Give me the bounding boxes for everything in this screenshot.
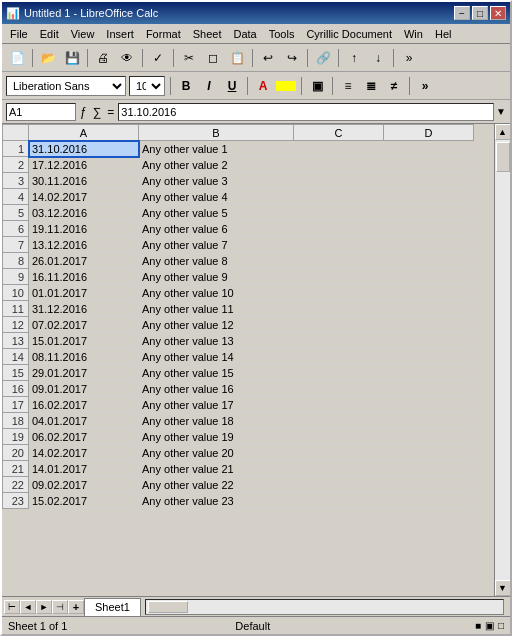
paste-button[interactable]: 📋 <box>226 47 248 69</box>
cell-b-8[interactable]: Any other value 8 <box>139 253 294 269</box>
formula-input[interactable] <box>118 103 494 121</box>
cell-d-20[interactable] <box>384 445 474 461</box>
menu-tools[interactable]: Tools <box>263 26 301 42</box>
menu-help[interactable]: Hel <box>429 26 458 42</box>
zoom-icon[interactable]: □ <box>498 620 504 631</box>
tab-last-button[interactable]: ⊣ <box>52 600 68 614</box>
more-button[interactable]: » <box>398 47 420 69</box>
cell-d-4[interactable] <box>384 189 474 205</box>
cell-a-14[interactable]: 08.11.2016 <box>29 349 139 365</box>
tab-first-button[interactable]: ⊢ <box>4 600 20 614</box>
cell-c-10[interactable] <box>294 285 384 301</box>
cell-a-11[interactable]: 31.12.2016 <box>29 301 139 317</box>
tab-prev-button[interactable]: ◄ <box>20 600 36 614</box>
more-format-button[interactable]: » <box>415 76 435 96</box>
menu-view[interactable]: View <box>65 26 101 42</box>
cell-d-8[interactable] <box>384 253 474 269</box>
print-preview-button[interactable]: 👁 <box>116 47 138 69</box>
scroll-track[interactable] <box>495 140 511 580</box>
underline-button[interactable]: U <box>222 76 242 96</box>
hyperlink-button[interactable]: 🔗 <box>312 47 334 69</box>
cell-c-20[interactable] <box>294 445 384 461</box>
cell-c-17[interactable] <box>294 397 384 413</box>
cell-c-16[interactable] <box>294 381 384 397</box>
spell-check-button[interactable]: ✓ <box>147 47 169 69</box>
cell-d-1[interactable] <box>384 141 474 157</box>
print-button[interactable]: 🖨 <box>92 47 114 69</box>
cell-a-9[interactable]: 16.11.2016 <box>29 269 139 285</box>
cell-c-4[interactable] <box>294 189 384 205</box>
cell-b-3[interactable]: Any other value 3 <box>139 173 294 189</box>
cell-c-2[interactable] <box>294 157 384 173</box>
cell-c-3[interactable] <box>294 173 384 189</box>
bold-button[interactable]: B <box>176 76 196 96</box>
cell-d-6[interactable] <box>384 221 474 237</box>
cell-d-9[interactable] <box>384 269 474 285</box>
cell-b-14[interactable]: Any other value 14 <box>139 349 294 365</box>
align-right-button[interactable]: ≠ <box>384 76 404 96</box>
col-header-d[interactable]: D <box>384 125 474 141</box>
cell-c-1[interactable] <box>294 141 384 157</box>
cell-a-6[interactable]: 19.11.2016 <box>29 221 139 237</box>
layout-icon-1[interactable]: ■ <box>475 620 481 631</box>
sort-asc-button[interactable]: ↑ <box>343 47 365 69</box>
cell-c-21[interactable] <box>294 461 384 477</box>
cell-d-21[interactable] <box>384 461 474 477</box>
function-wizard-icon[interactable]: ƒ <box>78 105 89 119</box>
close-button[interactable]: ✕ <box>490 6 506 20</box>
cell-d-23[interactable] <box>384 493 474 509</box>
cell-a-22[interactable]: 09.02.2017 <box>29 477 139 493</box>
save-button[interactable]: 💾 <box>61 47 83 69</box>
cell-d-10[interactable] <box>384 285 474 301</box>
cell-b-2[interactable]: Any other value 2 <box>139 157 294 173</box>
scroll-down-button[interactable]: ▼ <box>495 580 511 596</box>
cell-b-21[interactable]: Any other value 21 <box>139 461 294 477</box>
cell-c-13[interactable] <box>294 333 384 349</box>
formula-expand-icon[interactable]: ▼ <box>496 106 506 117</box>
font-name-select[interactable]: Liberation Sans <box>6 76 126 96</box>
cell-d-16[interactable] <box>384 381 474 397</box>
cell-c-18[interactable] <box>294 413 384 429</box>
cell-c-14[interactable] <box>294 349 384 365</box>
cell-a-7[interactable]: 13.12.2016 <box>29 237 139 253</box>
align-left-button[interactable]: ≡ <box>338 76 358 96</box>
vertical-scrollbar[interactable]: ▲ ▼ <box>494 124 510 596</box>
menu-cyrillic[interactable]: Cyrillic Document <box>300 26 398 42</box>
scroll-thumb[interactable] <box>496 142 510 172</box>
cell-b-17[interactable]: Any other value 17 <box>139 397 294 413</box>
maximize-button[interactable]: □ <box>472 6 488 20</box>
highlight-color-button[interactable] <box>276 81 296 91</box>
cell-c-11[interactable] <box>294 301 384 317</box>
cell-a-23[interactable]: 15.02.2017 <box>29 493 139 509</box>
cell-a-19[interactable]: 06.02.2017 <box>29 429 139 445</box>
formula-equals-icon[interactable]: = <box>105 105 116 119</box>
cell-c-22[interactable] <box>294 477 384 493</box>
col-header-a[interactable]: A <box>29 125 139 141</box>
open-button[interactable]: 📂 <box>37 47 59 69</box>
cell-b-10[interactable]: Any other value 10 <box>139 285 294 301</box>
menu-win[interactable]: Win <box>398 26 429 42</box>
grid-scroll-area[interactable]: A B C D 131.10.2016Any other value 1217.… <box>2 124 494 596</box>
undo-button[interactable]: ↩ <box>257 47 279 69</box>
col-header-b[interactable]: B <box>139 125 294 141</box>
cell-b-12[interactable]: Any other value 12 <box>139 317 294 333</box>
tab-next-button[interactable]: ► <box>36 600 52 614</box>
cell-d-17[interactable] <box>384 397 474 413</box>
menu-edit[interactable]: Edit <box>34 26 65 42</box>
cell-b-6[interactable]: Any other value 6 <box>139 221 294 237</box>
menu-file[interactable]: File <box>4 26 34 42</box>
cell-a-1[interactable]: 31.10.2016 <box>29 141 139 157</box>
cell-d-2[interactable] <box>384 157 474 173</box>
cell-a-4[interactable]: 14.02.2017 <box>29 189 139 205</box>
cell-b-20[interactable]: Any other value 20 <box>139 445 294 461</box>
scroll-up-button[interactable]: ▲ <box>495 124 511 140</box>
cell-a-17[interactable]: 16.02.2017 <box>29 397 139 413</box>
cell-d-7[interactable] <box>384 237 474 253</box>
redo-button[interactable]: ↪ <box>281 47 303 69</box>
col-header-c[interactable]: C <box>294 125 384 141</box>
cell-b-1[interactable]: Any other value 1 <box>139 141 294 157</box>
horizontal-scrollbar[interactable] <box>145 599 504 615</box>
cell-a-21[interactable]: 14.01.2017 <box>29 461 139 477</box>
cell-a-8[interactable]: 26.01.2017 <box>29 253 139 269</box>
cell-b-13[interactable]: Any other value 13 <box>139 333 294 349</box>
